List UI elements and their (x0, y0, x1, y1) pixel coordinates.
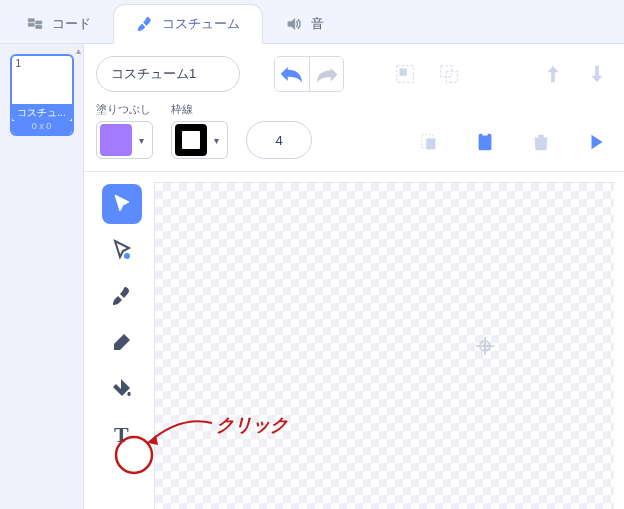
svg-rect-6 (479, 134, 492, 151)
fill-swatch (100, 124, 132, 156)
copy-button[interactable] (412, 127, 446, 157)
sound-icon (285, 15, 303, 33)
toolbar-row-1 (96, 56, 614, 102)
center-marker-icon (476, 337, 494, 355)
fill-label: 塗りつぶし (96, 102, 153, 117)
delete-button[interactable] (524, 127, 558, 157)
fill-tool[interactable] (102, 368, 142, 408)
chevron-down-icon: ▾ (211, 135, 221, 146)
tab-sounds-label: 音 (311, 15, 324, 33)
outline-label: 枠線 (171, 102, 228, 117)
tab-costumes-label: コスチューム (162, 15, 240, 33)
edit-actions (412, 127, 614, 159)
svg-text:T: T (114, 422, 129, 446)
more-button[interactable] (580, 127, 614, 157)
costume-index: 1 (16, 58, 22, 69)
outline-picker[interactable]: ▾ (171, 121, 228, 159)
outline-width-input[interactable]: 4 (246, 121, 312, 159)
costume-name-input[interactable] (96, 56, 240, 92)
svg-rect-5 (426, 138, 435, 149)
paste-button[interactable] (468, 127, 502, 157)
backward-button[interactable] (580, 59, 614, 89)
fill-control: 塗りつぶし ▾ (96, 102, 153, 159)
svg-point-8 (124, 253, 130, 259)
costume-thumbnail-dims: 0 x 0 (12, 121, 72, 134)
tab-code[interactable]: コード (4, 5, 113, 43)
svg-rect-3 (446, 71, 457, 82)
outline-control: 枠線 ▾ (171, 102, 228, 159)
undo-redo-group (274, 56, 344, 92)
brush-tool[interactable] (102, 276, 142, 316)
code-icon (26, 15, 44, 33)
tools-column: T (96, 182, 148, 509)
fill-picker[interactable]: ▾ (96, 121, 153, 159)
undo-button[interactable] (275, 57, 309, 91)
brush-icon (136, 15, 154, 33)
ungroup-button[interactable] (432, 59, 466, 89)
select-tool[interactable] (102, 184, 142, 224)
main: 1 コスチュ... 0 x 0 ▴ (0, 44, 624, 509)
divider (84, 171, 624, 172)
canvas[interactable] (154, 182, 614, 509)
tabs: コード コスチューム 音 (0, 0, 624, 44)
tab-code-label: コード (52, 15, 91, 33)
canvas-row: T (96, 182, 614, 509)
scroll-up-icon: ▴ (73, 44, 83, 58)
eraser-tool[interactable] (102, 322, 142, 362)
costume-thumbnail[interactable]: 1 コスチュ... 0 x 0 (10, 54, 74, 136)
costume-editor: 塗りつぶし ▾ 枠線 ▾ 4 (84, 44, 624, 509)
toolbar-row-2: 塗りつぶし ▾ 枠線 ▾ 4 (96, 102, 614, 171)
costume-list: 1 コスチュ... 0 x 0 ▴ (0, 44, 84, 509)
tab-sounds[interactable]: 音 (263, 5, 346, 43)
svg-rect-1 (400, 69, 407, 76)
costume-thumbnail-name: コスチュ... (12, 104, 72, 121)
outline-swatch (175, 124, 207, 156)
svg-rect-7 (482, 132, 488, 136)
chevron-down-icon: ▾ (136, 135, 146, 146)
redo-button[interactable] (309, 57, 343, 91)
reshape-tool[interactable] (102, 230, 142, 270)
forward-button[interactable] (536, 59, 570, 89)
group-button[interactable] (388, 59, 422, 89)
scrollbar[interactable]: ▴ (73, 44, 83, 509)
text-tool[interactable]: T (102, 414, 142, 454)
tab-costumes[interactable]: コスチューム (113, 4, 263, 44)
costume-preview (14, 62, 70, 104)
